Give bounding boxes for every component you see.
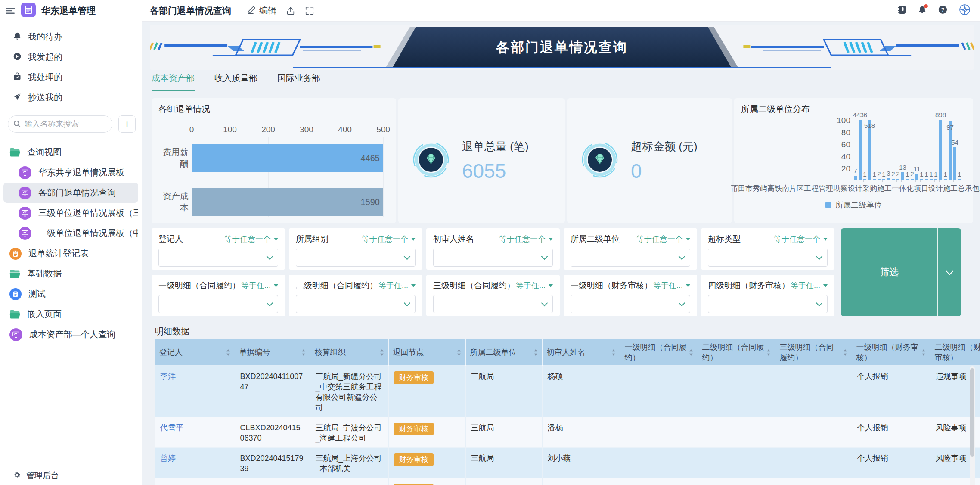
chart2-bar-slot: 518: [868, 120, 871, 180]
tab-0[interactable]: 成本资产部: [152, 72, 195, 91]
tab-2[interactable]: 国际业务部: [277, 72, 320, 91]
sort-icon[interactable]: [457, 349, 461, 356]
filter-operator[interactable]: 等于任...: [653, 280, 690, 291]
compass-logo-icon[interactable]: [959, 4, 971, 17]
column-header[interactable]: 单据编号: [235, 339, 310, 366]
kpi-total-label: 退单总量 (笔): [462, 139, 529, 154]
filter-label: 登记人: [158, 233, 183, 245]
sidebar-menu-item[interactable]: 我处理的: [0, 67, 142, 87]
admin-backend-item[interactable]: 管理后台: [0, 466, 142, 485]
table-cell: 杨硕: [542, 366, 620, 417]
filter-select[interactable]: [433, 249, 553, 267]
filter-operator[interactable]: 等于任意一个: [362, 234, 416, 244]
contacts-book-icon[interactable]: [897, 5, 907, 16]
kpi-over-value: 0: [631, 159, 698, 183]
column-header[interactable]: 一级明细（财务审核）: [852, 339, 930, 366]
column-header[interactable]: 登记人: [155, 339, 235, 366]
triangle-down-icon: [686, 238, 690, 241]
sidebar-menu-item[interactable]: 我的待办: [0, 27, 142, 47]
chart2-bar-slot: 13: [901, 120, 904, 180]
sidebar-tree-item[interactable]: 三级单位退单情况展板（三...: [3, 203, 138, 223]
filter-select[interactable]: [708, 249, 828, 267]
unit-chart-title: 所属二级单位分布: [741, 103, 810, 115]
column-header[interactable]: 初审人姓名: [542, 339, 620, 366]
sidebar-tree-item[interactable]: 测试: [3, 284, 138, 304]
filter-select[interactable]: [571, 249, 690, 267]
sidebar-tree-item[interactable]: 三级单位退单情况展板（中...: [3, 223, 138, 243]
app-window: 华东退单管理 我的待办我发起的我处理的抄送我的 + 查询视图华东共享退单情况展板…: [0, 0, 980, 485]
sidebar-tree-item[interactable]: 嵌入页面: [3, 304, 138, 324]
topbar-divider: [239, 6, 239, 16]
sort-icon[interactable]: [921, 349, 926, 356]
sidebar-tree-item[interactable]: 查询视图: [3, 142, 138, 162]
chart2-bar-label: 4436: [853, 111, 867, 118]
sort-icon[interactable]: [380, 349, 384, 356]
column-header[interactable]: 核算组织: [310, 339, 388, 366]
filter-select[interactable]: [708, 295, 828, 313]
filter-operator[interactable]: 等于任...: [241, 280, 278, 291]
sort-icon[interactable]: [766, 349, 771, 356]
filter-select[interactable]: [158, 295, 278, 313]
filter-label: 所属组别: [296, 233, 329, 245]
sidebar-menu: 我的待办我发起的我处理的抄送我的: [0, 27, 142, 108]
column-header[interactable]: 二级明细（合同履约）: [698, 339, 775, 366]
chart2-axis-ticks: [854, 180, 965, 182]
tab-1[interactable]: 收入质量部: [214, 72, 257, 91]
filter-operator-text: 等于任意一个: [224, 234, 271, 244]
search-input[interactable]: [8, 115, 112, 133]
chart1-category-label: 资产成本: [155, 190, 189, 214]
sidebar-tree-label: 查询视图: [27, 146, 62, 158]
sidebar-tree-item[interactable]: 基础数据: [3, 264, 138, 284]
share-upload-icon[interactable]: [286, 6, 295, 16]
filter-select[interactable]: [571, 295, 690, 313]
table-cell: [698, 448, 775, 478]
sidebar-tree-item[interactable]: 华东共享退单情况展板: [3, 162, 138, 183]
filter-select[interactable]: [433, 295, 553, 313]
filter-select[interactable]: [158, 249, 278, 267]
sidebar-menu-item[interactable]: 我发起的: [0, 47, 142, 67]
notifications-bell-icon[interactable]: [918, 6, 927, 16]
filter-button[interactable]: 筛选: [841, 228, 961, 316]
filter-operator[interactable]: 等于任...: [516, 280, 553, 291]
registrant-link[interactable]: 代雪平: [160, 423, 183, 432]
fullscreen-icon[interactable]: [305, 6, 314, 16]
column-header[interactable]: 三级明细（合同履约）: [775, 339, 852, 366]
sort-icon[interactable]: [689, 349, 693, 356]
sort-icon[interactable]: [301, 349, 306, 356]
filter-operator[interactable]: 等于任...: [791, 280, 828, 291]
filter-label: 四级明细（财务审核）: [708, 280, 787, 291]
app-title: 华东退单管理: [41, 5, 96, 17]
filter-operator[interactable]: 等于任意一个: [636, 234, 690, 244]
column-header-inner: 核算组织: [315, 347, 384, 358]
column-label: 一级明细（财务审核）: [856, 342, 920, 363]
sort-icon[interactable]: [226, 349, 230, 356]
filter-operator[interactable]: 等于任意一个: [774, 234, 828, 244]
registrant-link[interactable]: 曾婷: [160, 454, 176, 463]
sort-icon[interactable]: [611, 349, 616, 356]
sidebar-tree-item[interactable]: 各部门退单情况查询: [3, 183, 138, 203]
sort-icon[interactable]: [843, 349, 847, 356]
column-header[interactable]: 二级明细（财务审核）: [930, 339, 980, 366]
column-header[interactable]: 退回节点: [388, 339, 465, 366]
filter-label: 超标类型: [708, 233, 741, 245]
sort-icon[interactable]: [533, 349, 538, 356]
column-header[interactable]: 所属二级单位: [465, 339, 542, 366]
filter-operator[interactable]: 等于任意一个: [499, 234, 553, 244]
filter-select[interactable]: [296, 249, 416, 267]
scrollbar-thumb[interactable]: [970, 368, 974, 457]
column-label: 退回节点: [393, 347, 455, 358]
edit-button[interactable]: 编辑: [247, 5, 276, 16]
filter-operator[interactable]: 等于任...: [378, 280, 416, 291]
registrant-link[interactable]: 李洋: [160, 372, 176, 381]
sidebar-tree-item[interactable]: 退单统计登记表: [3, 243, 138, 264]
filter-button-chevron[interactable]: [938, 228, 961, 316]
sidebar-tree-item[interactable]: 成本资产部—个人查询: [3, 324, 138, 345]
hamburger-menu-icon[interactable]: [6, 7, 16, 15]
column-header[interactable]: 一级明细（合同履约）: [620, 339, 698, 366]
chart2-bar-label: 7: [853, 167, 857, 174]
sidebar-menu-item[interactable]: 抄送我的: [0, 87, 142, 108]
help-icon[interactable]: ?: [938, 5, 948, 16]
add-view-button[interactable]: +: [118, 115, 136, 133]
filter-operator[interactable]: 等于任意一个: [224, 234, 278, 244]
filter-select[interactable]: [296, 295, 416, 313]
